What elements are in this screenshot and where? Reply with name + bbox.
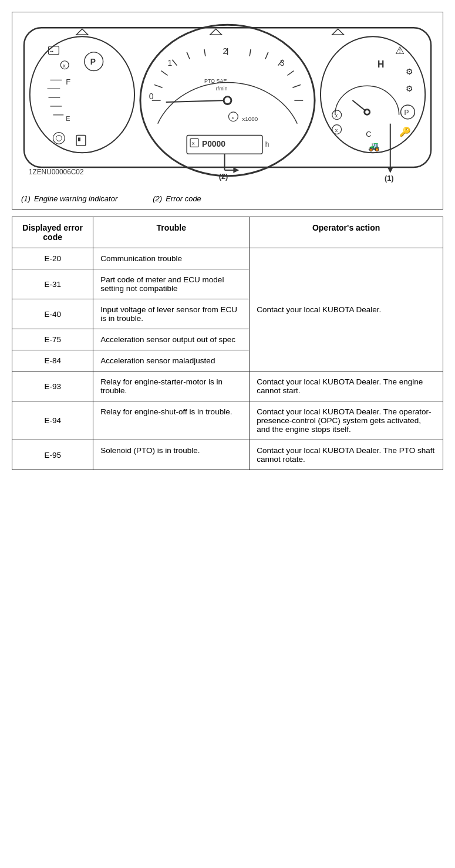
svg-line-31 [292, 85, 301, 87]
header-trouble: Trouble [93, 217, 250, 248]
svg-text:x: x [335, 127, 338, 133]
svg-text:1: 1 [168, 58, 173, 67]
legend-item-1: (1) Engine warning indicator [21, 194, 117, 203]
svg-text:E: E [66, 115, 70, 122]
svg-line-30 [287, 71, 294, 76]
error-code-table: Displayed error code Trouble Operator's … [12, 217, 443, 470]
table-row: E-95Solenoid (PTO) is in trouble.Contact… [12, 440, 443, 470]
table-body: E-20Communication troubleContact your lo… [12, 248, 443, 470]
legend-label-1: Engine warning indicator [34, 194, 117, 203]
table-row: E-93Relay for engine-starter-motor is in… [12, 371, 443, 401]
dashboard-svg-wrapper: F E P ▪▪ x [18, 21, 437, 188]
svg-text:x: x [192, 140, 195, 146]
svg-line-22 [161, 71, 168, 76]
svg-point-18 [56, 135, 62, 141]
table-header-row: Displayed error code Trouble Operator's … [12, 217, 443, 248]
trouble-cell: Relay for engine-starter-motor is in tro… [93, 371, 250, 401]
svg-marker-76 [332, 29, 344, 35]
svg-text:▪▪: ▪▪ [50, 49, 53, 54]
dashboard-svg: F E P ▪▪ x [18, 21, 437, 188]
svg-text:⚠: ⚠ [395, 45, 405, 56]
svg-point-17 [53, 133, 65, 144]
svg-text:x: x [63, 63, 66, 69]
svg-text:⚙: ⚙ [406, 84, 413, 93]
table-row: E-94Relay for engine-shut-off is in trou… [12, 401, 443, 440]
error-code-cell: E-94 [12, 401, 93, 440]
error-code-cell: E-40 [12, 299, 93, 329]
svg-text:3: 3 [280, 58, 285, 67]
svg-marker-72 [387, 167, 393, 173]
svg-marker-52 [233, 167, 239, 173]
svg-line-21 [154, 85, 163, 87]
error-code-cell: E-95 [12, 440, 93, 470]
table-row: E-20Communication troubleContact your lo… [12, 248, 443, 269]
svg-text:H: H [378, 59, 384, 69]
svg-point-58 [365, 110, 369, 114]
header-operators-action: Operator's action [250, 217, 443, 248]
svg-text:P0000: P0000 [202, 139, 225, 148]
legend-num-2: (2) [153, 194, 162, 203]
error-code-cell: E-84 [12, 350, 93, 371]
error-code-cell: E-75 [12, 329, 93, 350]
svg-text:x: x [335, 113, 338, 119]
svg-text:r/min: r/min [216, 86, 228, 92]
svg-text:P: P [90, 57, 96, 66]
trouble-cell: Part code of meter and ECU model setting… [93, 269, 250, 299]
action-cell: Contact your local KUBOTA Dealer. [250, 248, 443, 371]
dashboard-legend: (1) Engine warning indicator (2) Error c… [18, 194, 437, 203]
svg-text:⚙: ⚙ [406, 67, 413, 76]
action-cell: Contact your local KUBOTA Dealer. The PT… [250, 440, 443, 470]
svg-text:C: C [366, 130, 371, 139]
trouble-cell: Acceleration sensor output out of spec [93, 329, 250, 350]
trouble-cell: Input voltage of lever sensor from ECU i… [93, 299, 250, 329]
dashboard-container: F E P ▪▪ x [12, 12, 443, 210]
svg-marker-75 [210, 29, 222, 35]
svg-text:(2): (2) [219, 172, 228, 181]
svg-text:x1000: x1000 [242, 116, 258, 122]
svg-line-25 [204, 49, 205, 56]
svg-text:F: F [66, 77, 70, 86]
trouble-cell: Acceleration sensor maladjusted [93, 350, 250, 371]
error-code-cell: E-31 [12, 269, 93, 299]
trouble-cell: Communication trouble [93, 248, 250, 269]
error-code-cell: E-20 [12, 248, 93, 269]
svg-line-28 [265, 52, 268, 59]
trouble-cell: Solenoid (PTO) is in trouble. [93, 440, 250, 470]
svg-text:🚜: 🚜 [368, 141, 380, 152]
svg-rect-10 [78, 137, 80, 141]
svg-line-27 [250, 49, 251, 56]
svg-text:P: P [405, 109, 409, 117]
svg-text:2: 2 [223, 46, 228, 56]
svg-text:h: h [265, 140, 269, 148]
svg-text:PTO   SAE: PTO SAE [204, 78, 227, 84]
legend-num-1: (1) [21, 194, 31, 203]
part-code-text: 1ZENU00006C02 [29, 168, 84, 176]
svg-text:🔑: 🔑 [399, 126, 411, 137]
page-container: F E P ▪▪ x [0, 0, 455, 482]
svg-marker-74 [76, 29, 88, 35]
action-cell: Contact your local KUBOTA Dealer. The op… [250, 401, 443, 440]
header-displayed-error-code: Displayed error code [12, 217, 93, 248]
trouble-cell: Relay for engine-shut-off is in trouble. [93, 401, 250, 440]
svg-text:(1): (1) [385, 174, 394, 183]
legend-item-2: (2) Error code [153, 194, 201, 203]
svg-rect-9 [76, 135, 86, 146]
error-code-cell: E-93 [12, 371, 93, 401]
legend-label-2: Error code [166, 194, 201, 203]
svg-text:x: x [231, 115, 234, 120]
svg-point-42 [225, 97, 231, 103]
action-cell: Contact your local KUBOTA Dealer. The en… [250, 371, 443, 401]
svg-text:0: 0 [149, 92, 154, 101]
svg-line-23 [172, 60, 177, 66]
svg-line-24 [187, 52, 190, 59]
